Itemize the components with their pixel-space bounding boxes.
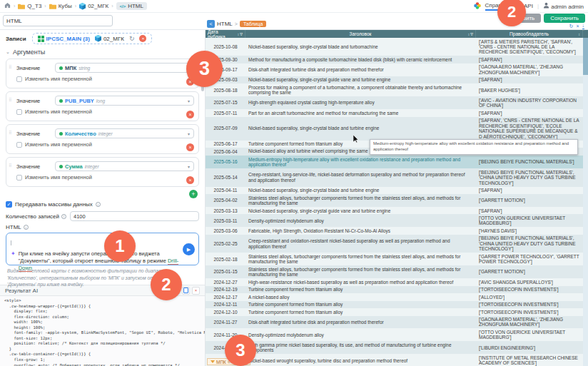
pass-arrays-checkbox[interactable]: ✓: [6, 201, 12, 208]
table-row[interactable]: 2024-12-11 Turbine component formed from…: [206, 301, 583, 308]
rename-checkbox[interactable]: [16, 142, 22, 148]
breadcrumb-item-root[interactable]: Q_T3: [18, 3, 41, 9]
table-row[interactable]: 2025-02-25 Creep-resistant and oxidation…: [206, 235, 583, 253]
table-row[interactable]: 2025-02-18 Stainless steel alloys, turbo…: [206, 253, 583, 265]
filter-icon[interactable]: ∇: [470, 32, 473, 36]
sort-icon[interactable]: ↕: [238, 32, 240, 36]
table-row[interactable]: 2024-10-29 Nickel-based wrought superall…: [206, 354, 583, 366]
argument-select[interactable]: Количество integer ▾: [55, 128, 194, 138]
table-row[interactable]: 2024-12-27 High-wear-resistance nickel-b…: [206, 278, 583, 285]
download-icon[interactable]: ↓: [582, 24, 585, 29]
row-tooltip: Medium-entropy high-temperature alloy wi…: [370, 139, 578, 155]
cell-publication-date: 2025-05-16: [206, 158, 245, 166]
tab-html[interactable]: HTML: [217, 21, 233, 27]
info-icon[interactable]: i: [61, 214, 66, 219]
table-row[interactable]: 2025-07-09 Nickel-based superalloy, sing…: [206, 117, 583, 141]
argument-card: ⠿ Значение Количество integer ▾: [6, 124, 199, 154]
table-row[interactable]: 2025-03-11 Density-optimized molybdenum …: [206, 214, 583, 227]
table-row[interactable]: 2025-04-11 Nickel-based superalloy, sing…: [206, 187, 583, 194]
records-count-input[interactable]: [70, 211, 199, 221]
cell-title: Turbine component formed from titanium a…: [245, 308, 476, 315]
table-row[interactable]: 2025-04-02 Stainless steel alloys, turbo…: [206, 194, 583, 207]
remove-argument-button[interactable]: ×: [186, 111, 194, 118]
close-table-icon[interactable]: ×: [576, 24, 579, 29]
add-argument-button[interactable]: +: [189, 190, 198, 198]
user-icon: [543, 2, 549, 9]
sort-icon[interactable]: ↕: [468, 32, 470, 36]
cell-title: Creep-resistant and oxidation-resistant …: [245, 238, 476, 250]
cell-title: Nickel-based superalloy, single-crystal …: [245, 76, 476, 83]
refresh-records-icon[interactable]: ↻: [129, 35, 135, 42]
copy-icon[interactable]: [182, 287, 190, 295]
cell-rights-holder: ['GARRETT MOTION']: [476, 197, 583, 204]
info-icon[interactable]: i: [96, 202, 101, 207]
table-row[interactable]: 2025-09-03 Nickel-based superalloy, sing…: [206, 76, 583, 83]
ai-code-result[interactable]: <style> .cw-heatmap-wrapper-{{=getId()}}…: [0, 296, 205, 366]
column-header-date[interactable]: Дата публика... ↕∇: [206, 30, 245, 38]
table-row[interactable]: 2025-03-13 Nickel-based superalloy, sing…: [206, 207, 583, 214]
sort-icon[interactable]: ↕: [578, 32, 580, 36]
table-row[interactable]: 2025-05-14 Creep-resistant, long-service…: [206, 168, 583, 186]
nav-user[interactable]: admin admin: [543, 2, 584, 10]
breadcrumb-item-cube[interactable]: 02_МГК: [79, 3, 108, 10]
breadcrumb-item-current[interactable]: </> HTML: [116, 2, 147, 10]
table-row[interactable]: 2025-07-15 High-strength equiaxed crysta…: [206, 96, 583, 109]
back-button[interactable]: <: [207, 20, 215, 28]
dataset-chip[interactable]: IPCSC_MAIN (3): [38, 36, 90, 42]
annotation-circle-1: 1: [104, 230, 136, 262]
info-icon[interactable]: i: [24, 225, 29, 230]
cube-chip[interactable]: 02_МГК: [95, 35, 124, 42]
drag-handle-icon[interactable]: ⠿: [9, 98, 11, 101]
table-row[interactable]: 2025-03-06 Fabricable, High Strength, Ox…: [206, 227, 583, 234]
argument-select[interactable]: PUB_PUBY long ▾: [55, 96, 194, 106]
table-row[interactable]: 2024-10-30 High gamma prime nickel based…: [206, 341, 583, 354]
ai-prompt-box[interactable]: ✦ При клике на ячейку запусти операцию д…: [6, 233, 199, 265]
argument-select[interactable]: Сумма integer ▾: [55, 161, 194, 171]
breadcrumb-label: 02_МГК: [88, 3, 108, 9]
table-row[interactable]: 2025-08-18 Process for making a componen…: [206, 83, 583, 96]
breadcrumb-item-folder[interactable]: Кубы: [49, 3, 72, 9]
table-row[interactable]: 2025-05-16 Medium-entropy high-temperatu…: [206, 156, 583, 168]
ai-result-label: Результат AI: [5, 288, 38, 294]
table-row[interactable]: 2025-10-08 Nickel-based superalloy, sing…: [206, 38, 583, 56]
arguments-section-header[interactable]: ⌄ Аргументы: [0, 47, 205, 57]
argument-select[interactable]: МПК string ▾: [55, 63, 194, 73]
reload-table-icon[interactable]: ↻: [569, 24, 574, 29]
send-prompt-button[interactable]: ▶: [183, 243, 195, 255]
home-icon[interactable]: [4, 2, 11, 10]
breadcrumb: › Q_T3 › Кубы › 02_МГК › </> HTML: [4, 2, 147, 10]
rename-row: Изменить имя переменной: [16, 174, 194, 181]
filter-icon[interactable]: ∇: [240, 32, 243, 36]
rename-checkbox[interactable]: [16, 76, 22, 82]
cell-title: High-strength equiaxed crystal casting h…: [245, 99, 476, 106]
table-row[interactable]: 2025-09-30 Method for manufacturing a co…: [206, 56, 583, 63]
table-row[interactable]: 2024-12-17 A nickel-based alloy ['ALLOYE…: [206, 293, 583, 300]
table-row[interactable]: 2025-07-11 Part for an aircraft turbomac…: [206, 109, 583, 116]
table-scrollbar-thumb[interactable]: [583, 38, 588, 75]
cell-title: Fabricable, High Strength, Oxidation Res…: [245, 227, 476, 234]
widget-name-input[interactable]: [3, 15, 113, 26]
save-button[interactable]: Сохранить: [544, 14, 585, 23]
table-row[interactable]: 2024-11-20 Density-optimized molybdenum …: [206, 328, 583, 341]
table-scrollbar[interactable]: [583, 38, 588, 366]
drag-handle-icon[interactable]: ⠿: [9, 66, 11, 68]
column-header-holder[interactable]: Правообладатель ↕: [476, 30, 583, 38]
rename-checkbox[interactable]: [16, 109, 22, 115]
discard-icon[interactable]: ×: [192, 287, 200, 295]
table-row[interactable]: 2025-09-17 Disk-shaft integrated turbine…: [206, 63, 583, 76]
cell-title: Nickel-based superalloy, single-crystal …: [245, 125, 476, 132]
remove-argument-button[interactable]: ×: [186, 176, 194, 184]
table-row[interactable]: 2024-12-19 Turbine component formed from…: [206, 286, 583, 293]
rename-row: Изменить имя переменной: [16, 141, 194, 148]
cell-rights-holder: ['TORTOISEECOFIN INVESTMENTS']: [476, 308, 583, 315]
table-row[interactable]: 2024-11-27 Disk-shaft integrated turbine…: [206, 316, 583, 329]
remove-argument-button[interactable]: ×: [186, 143, 194, 151]
table-row[interactable]: 2025-01-15 Stainless steel alloys, turbo…: [206, 265, 583, 278]
drag-handle-icon[interactable]: ⠿: [9, 164, 11, 167]
drag-handle-icon[interactable]: ⠿: [9, 131, 11, 134]
column-header-title[interactable]: Заголовок ↕∇: [245, 30, 476, 38]
rename-checkbox[interactable]: [16, 175, 22, 181]
table-row[interactable]: 2024-12-10 Turbine component formed from…: [206, 308, 583, 315]
remove-records-icon[interactable]: ×: [139, 35, 146, 42]
tab-table-badge[interactable]: Таблица: [240, 21, 266, 27]
